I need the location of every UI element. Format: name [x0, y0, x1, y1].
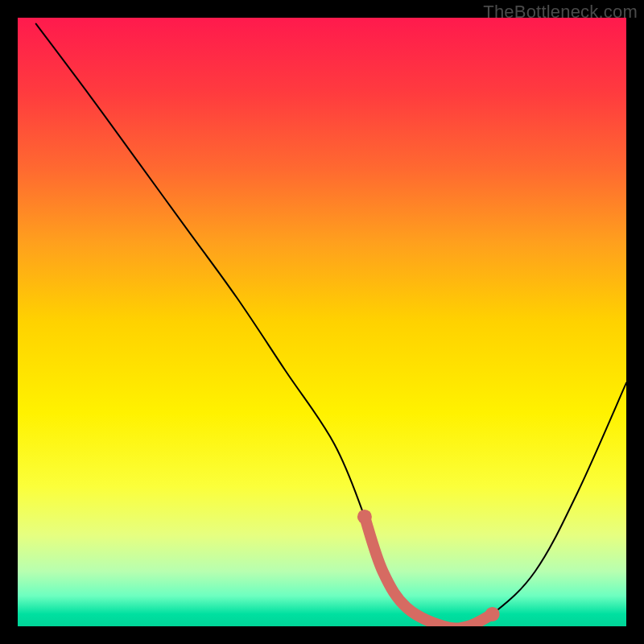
curve-line: [36, 24, 626, 626]
highlight-dot: [485, 607, 500, 621]
highlight-segment: [365, 517, 493, 626]
chart-stage: TheBottleneck.com: [0, 0, 644, 644]
highlight-dot: [357, 510, 372, 524]
plot-area: [18, 18, 626, 626]
chart-svg: [18, 18, 626, 626]
